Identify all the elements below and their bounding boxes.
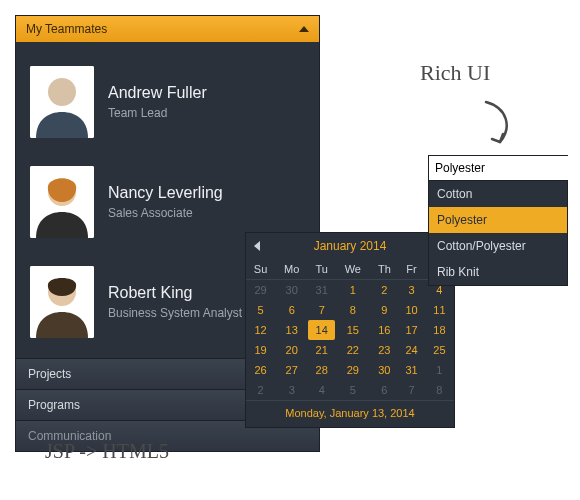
- calendar-dow: Tu: [308, 259, 335, 280]
- calendar-day[interactable]: 29: [335, 360, 370, 380]
- calendar-day[interactable]: 2: [370, 280, 398, 301]
- calendar-day[interactable]: 8: [425, 380, 454, 400]
- material-dropdown: CottonPolyesterCotton/PolyesterRib Knit: [428, 155, 568, 286]
- calendar-day[interactable]: 6: [275, 300, 308, 320]
- teammate-role: Sales Associate: [108, 206, 223, 220]
- teammate-role: Business System Analyst: [108, 306, 242, 320]
- calendar-day[interactable]: 18: [425, 320, 454, 340]
- calendar-day[interactable]: 2: [246, 380, 275, 400]
- calendar-day[interactable]: 21: [308, 340, 335, 360]
- calendar-dow: Mo: [275, 259, 308, 280]
- calendar: January 2014 SuMoTuWeThFrSa 293031123456…: [245, 232, 455, 428]
- calendar-day[interactable]: 6: [370, 380, 398, 400]
- arrow-icon: [478, 98, 518, 152]
- teammate-role: Team Lead: [108, 106, 207, 120]
- calendar-day[interactable]: 27: [275, 360, 308, 380]
- calendar-day[interactable]: 9: [370, 300, 398, 320]
- calendar-day[interactable]: 22: [335, 340, 370, 360]
- calendar-day[interactable]: 3: [275, 380, 308, 400]
- calendar-day[interactable]: 16: [370, 320, 398, 340]
- calendar-day[interactable]: 4: [308, 380, 335, 400]
- avatar: [30, 66, 94, 138]
- calendar-day[interactable]: 15: [335, 320, 370, 340]
- calendar-dow: Fr: [398, 259, 425, 280]
- dropdown-option[interactable]: Polyester: [429, 207, 567, 233]
- calendar-footer[interactable]: Monday, January 13, 2014: [246, 400, 454, 427]
- calendar-day[interactable]: 31: [308, 280, 335, 301]
- calendar-day[interactable]: 29: [246, 280, 275, 301]
- svg-point-1: [48, 78, 76, 106]
- calendar-day[interactable]: 7: [308, 300, 335, 320]
- calendar-day[interactable]: 20: [275, 340, 308, 360]
- calendar-day[interactable]: 31: [398, 360, 425, 380]
- calendar-day[interactable]: 30: [370, 360, 398, 380]
- calendar-day[interactable]: 12: [246, 320, 275, 340]
- calendar-day[interactable]: 5: [335, 380, 370, 400]
- panel-title: My Teammates: [26, 22, 107, 36]
- calendar-day[interactable]: 5: [246, 300, 275, 320]
- calendar-day[interactable]: 26: [246, 360, 275, 380]
- annotation-rich-ui: Rich UI: [420, 60, 490, 86]
- calendar-grid: SuMoTuWeThFrSa 2930311234567891011121314…: [246, 259, 454, 400]
- calendar-dow: Th: [370, 259, 398, 280]
- calendar-day[interactable]: 24: [398, 340, 425, 360]
- annotation-jsp-html5: JSP -> HTML5: [45, 440, 169, 463]
- calendar-day[interactable]: 30: [275, 280, 308, 301]
- dropdown-option[interactable]: Cotton: [429, 181, 567, 207]
- calendar-day[interactable]: 14: [308, 320, 335, 340]
- calendar-day[interactable]: 17: [398, 320, 425, 340]
- calendar-day[interactable]: 1: [335, 280, 370, 301]
- teammate-name: Nancy Leverling: [108, 184, 223, 202]
- dropdown-input-wrap: [428, 155, 568, 181]
- calendar-day[interactable]: 3: [398, 280, 425, 301]
- calendar-day[interactable]: 13: [275, 320, 308, 340]
- calendar-day[interactable]: 11: [425, 300, 454, 320]
- dropdown-list: CottonPolyesterCotton/PolyesterRib Knit: [428, 181, 568, 286]
- calendar-day[interactable]: 1: [425, 360, 454, 380]
- dropdown-option[interactable]: Rib Knit: [429, 259, 567, 285]
- calendar-day[interactable]: 25: [425, 340, 454, 360]
- calendar-title[interactable]: January 2014: [260, 239, 440, 253]
- calendar-day[interactable]: 28: [308, 360, 335, 380]
- teammate-name: Robert King: [108, 284, 242, 302]
- teammate-name: Andrew Fuller: [108, 84, 207, 102]
- calendar-dow: Su: [246, 259, 275, 280]
- avatar: [30, 166, 94, 238]
- dropdown-option[interactable]: Cotton/Polyester: [429, 233, 567, 259]
- calendar-day[interactable]: 19: [246, 340, 275, 360]
- dropdown-input[interactable]: [429, 156, 580, 180]
- calendar-dow: We: [335, 259, 370, 280]
- calendar-day[interactable]: 10: [398, 300, 425, 320]
- avatar: [30, 266, 94, 338]
- chevron-up-icon: [299, 26, 309, 32]
- calendar-day[interactable]: 8: [335, 300, 370, 320]
- teammate-item[interactable]: Andrew Fuller Team Lead: [30, 52, 305, 152]
- calendar-day[interactable]: 7: [398, 380, 425, 400]
- calendar-day[interactable]: 23: [370, 340, 398, 360]
- teammates-panel-header[interactable]: My Teammates: [16, 16, 319, 42]
